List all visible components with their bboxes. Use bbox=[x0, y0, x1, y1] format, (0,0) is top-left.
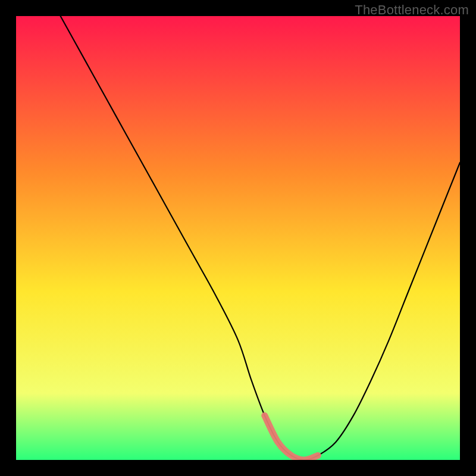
chart-frame: TheBottleneck.com bbox=[0, 0, 476, 476]
gradient-background bbox=[16, 16, 460, 460]
chart-svg bbox=[16, 16, 460, 460]
bottleneck-plot bbox=[16, 16, 460, 460]
